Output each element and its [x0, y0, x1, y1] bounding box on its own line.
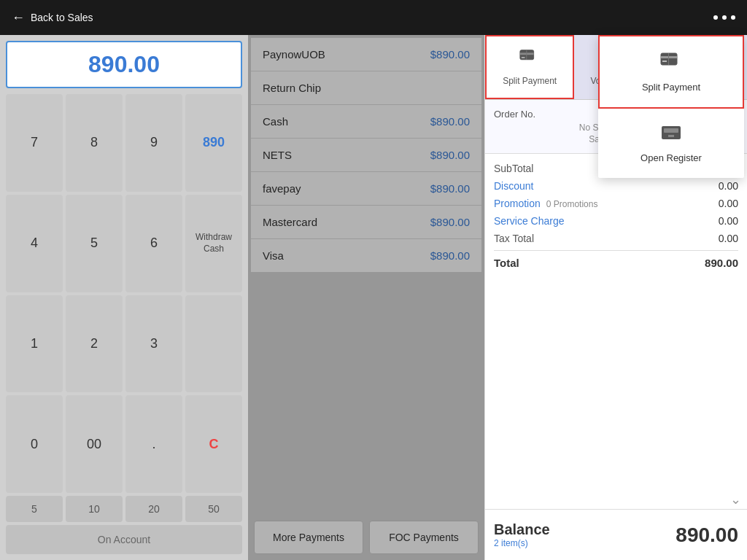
tax-total-row: Tax Total 0.00: [494, 233, 738, 244]
split-payment-top-icon: [519, 48, 540, 70]
key-empty: [185, 295, 242, 393]
key-2[interactable]: 2: [66, 295, 123, 393]
dropdown-overlay[interactable]: [248, 35, 484, 560]
dot-3: [731, 15, 735, 20]
grand-total-label: Total: [494, 257, 519, 269]
quick-amounts: 5 10 20 50: [6, 496, 242, 522]
grand-total-value: 890.00: [705, 257, 738, 269]
more-options-button[interactable]: [713, 15, 735, 20]
scroll-indicator: ⌄: [485, 490, 747, 509]
promotion-label: Promotion 0 Promotions: [494, 198, 597, 209]
dropdown-split-payment[interactable]: Split Payment: [598, 35, 744, 109]
key-890[interactable]: 890: [185, 94, 242, 192]
service-charge-value: 0.00: [719, 215, 738, 227]
tax-total-value: 0.00: [719, 233, 738, 244]
numpad-grid: 7 8 9 890 4 5 6 WithdrawCash 1 2 3 0 00 …: [6, 94, 242, 493]
split-payment-label: Split Payment: [642, 82, 700, 93]
top-bar: ← Back to Sales: [0, 0, 747, 35]
key-8[interactable]: 8: [66, 94, 123, 192]
totals-section: SubTotal 890.00 Discount 0.00 Promotion …: [485, 154, 747, 490]
payment-panel: PaynowUOB $890.00 Return Chip Cash $890.…: [248, 35, 484, 560]
promotion-value: 0.00: [719, 198, 738, 209]
numpad-panel: 890.00 7 8 9 890 4 5 6 WithdrawCash 1 2 …: [0, 35, 248, 560]
key-5[interactable]: 5: [66, 195, 123, 292]
svg-rect-6: [668, 135, 674, 137]
svg-rect-5: [664, 128, 678, 133]
amount-display: 890.00: [6, 41, 242, 88]
key-clear[interactable]: C: [185, 395, 242, 493]
open-register-icon: [661, 123, 681, 147]
on-account-button[interactable]: On Account: [6, 525, 242, 554]
dropdown-open-register[interactable]: Open Register: [598, 109, 744, 178]
back-to-sales-button[interactable]: ← Back to Sales: [12, 10, 93, 26]
key-1[interactable]: 1: [6, 295, 63, 393]
quick-50[interactable]: 50: [185, 496, 242, 522]
key-withdraw-cash[interactable]: WithdrawCash: [185, 195, 242, 292]
split-payment-button[interactable]: Split Payment: [485, 35, 574, 99]
quick-10[interactable]: 10: [66, 496, 123, 522]
key-9[interactable]: 9: [125, 94, 182, 192]
dropdown-menu: Split Payment Open Register: [598, 35, 744, 178]
back-arrow-icon: ←: [12, 10, 25, 26]
split-payment-top-label: Split Payment: [503, 76, 557, 86]
service-charge-row: Service Charge 0.00: [494, 215, 738, 227]
key-0[interactable]: 0: [6, 395, 63, 493]
dot-1: [713, 15, 718, 20]
quick-5[interactable]: 5: [6, 496, 63, 522]
quick-20[interactable]: 20: [125, 496, 182, 522]
main-content: 890.00 7 8 9 890 4 5 6 WithdrawCash 1 2 …: [0, 35, 747, 560]
split-payment-icon: [660, 51, 682, 76]
discount-label: Discount: [494, 180, 533, 192]
key-decimal[interactable]: .: [125, 395, 182, 493]
svg-rect-9: [526, 50, 527, 60]
balance-section: Balance 2 item(s) 890.00: [485, 509, 747, 560]
open-register-label: Open Register: [640, 152, 702, 163]
key-4[interactable]: 4: [6, 195, 63, 292]
service-charge-label: Service Charge: [494, 215, 565, 227]
svg-rect-2: [662, 61, 667, 62]
promotion-row: Promotion 0 Promotions 0.00: [494, 198, 738, 209]
discount-value: 0.00: [719, 180, 738, 192]
order-no-label: Order No.: [494, 109, 535, 120]
balance-amount: 890.00: [676, 524, 738, 547]
tax-total-label: Tax Total: [494, 233, 534, 244]
balance-label: Balance: [494, 521, 550, 538]
grand-total-row: Total 890.00: [494, 250, 738, 269]
svg-rect-10: [522, 57, 525, 58]
key-3[interactable]: 3: [125, 295, 182, 393]
key-6[interactable]: 6: [125, 195, 182, 292]
key-00[interactable]: 00: [66, 395, 123, 493]
subtotal-label: SubTotal: [494, 163, 533, 174]
back-label: Back to Sales: [31, 12, 93, 23]
discount-row: Discount 0.00: [494, 180, 738, 192]
balance-items: 2 item(s): [494, 538, 550, 548]
dot-2: [722, 15, 727, 20]
key-7[interactable]: 7: [6, 94, 63, 192]
svg-rect-3: [668, 53, 669, 65]
